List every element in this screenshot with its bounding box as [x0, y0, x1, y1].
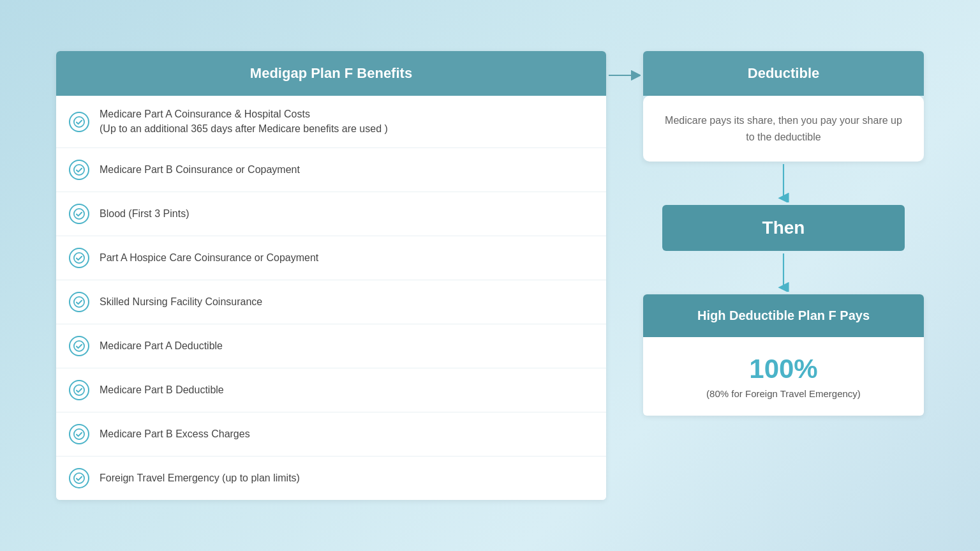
check-icon-4 [69, 248, 89, 268]
connector-arrow-1 [643, 162, 924, 205]
right-wrapper: Deductible Medicare pays its share, then… [643, 51, 924, 416]
benefit-item-4: Part A Hospice Care Coinsurance or Copay… [56, 236, 606, 280]
check-icon-5 [69, 292, 89, 312]
benefit-item-2: Medicare Part B Coinsurance or Copayment [56, 148, 606, 192]
svg-point-7 [74, 429, 84, 439]
benefit-list: Medicare Part A Coinsurance & Hospital C… [56, 96, 606, 500]
benefit-item-8: Medicare Part B Excess Charges [56, 412, 606, 457]
then-box: Then [662, 205, 905, 251]
check-icon-9 [69, 468, 89, 488]
svg-point-8 [74, 473, 84, 483]
main-container: Medigap Plan F Benefits Medicare Part A … [43, 26, 937, 525]
left-panel: Medigap Plan F Benefits Medicare Part A … [56, 51, 606, 500]
deductible-description: Medicare pays its share, then you pay yo… [643, 96, 924, 162]
high-deductible-header: High Deductible Plan F Pays [643, 294, 924, 337]
benefit-text-2: Medicare Part B Coinsurance or Copayment [100, 163, 300, 177]
connector-arrow-2 [643, 251, 924, 294]
svg-point-3 [74, 253, 84, 263]
deductible-header: Deductible [643, 51, 924, 96]
benefit-text-9: Foreign Travel Emergency (up to plan lim… [100, 471, 300, 485]
left-panel-header: Medigap Plan F Benefits [56, 51, 606, 96]
right-panel: Deductible Medicare pays its share, then… [643, 51, 924, 416]
percent-note: (80% for Foreign Travel Emergency) [656, 388, 911, 399]
check-icon-6 [69, 336, 89, 356]
benefit-item-1: Medicare Part A Coinsurance & Hospital C… [56, 96, 606, 148]
benefit-text-8: Medicare Part B Excess Charges [100, 427, 250, 441]
svg-point-2 [74, 209, 84, 219]
svg-point-5 [74, 341, 84, 351]
svg-point-1 [74, 165, 84, 175]
benefit-text-4: Part A Hospice Care Coinsurance or Copay… [100, 251, 318, 265]
percent-value: 100% [656, 354, 911, 384]
benefit-item-7: Medicare Part B Deductible [56, 368, 606, 412]
high-deductible-block: High Deductible Plan F Pays 100% (80% fo… [643, 294, 924, 416]
check-icon-7 [69, 380, 89, 400]
check-icon-2 [69, 160, 89, 180]
benefit-text-6: Medicare Part A Deductible [100, 339, 223, 353]
benefit-text-5: Skilled Nursing Facility Coinsurance [100, 295, 262, 309]
svg-point-4 [74, 297, 84, 307]
arrow-connector [606, 51, 643, 88]
high-deductible-content: 100% (80% for Foreign Travel Emergency) [643, 337, 924, 416]
check-icon-8 [69, 424, 89, 444]
benefit-text-7: Medicare Part B Deductible [100, 383, 224, 397]
svg-point-0 [74, 116, 84, 126]
benefit-item-5: Skilled Nursing Facility Coinsurance [56, 280, 606, 324]
benefit-item-6: Medicare Part A Deductible [56, 324, 606, 368]
benefit-item-9: Foreign Travel Emergency (up to plan lim… [56, 457, 606, 500]
check-icon-1 [69, 112, 89, 132]
deductible-block: Deductible Medicare pays its share, then… [643, 51, 924, 162]
svg-point-6 [74, 385, 84, 395]
benefit-item-3: Blood (First 3 Pints) [56, 192, 606, 236]
check-icon-3 [69, 204, 89, 224]
benefit-text-3: Blood (First 3 Pints) [100, 207, 189, 221]
benefit-text-1: Medicare Part A Coinsurance & Hospital C… [100, 107, 388, 136]
